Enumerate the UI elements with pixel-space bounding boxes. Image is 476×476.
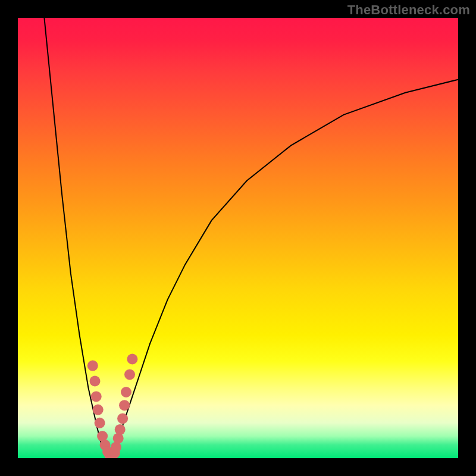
data-point	[87, 361, 98, 371]
data-point	[115, 424, 126, 435]
dot-cluster	[87, 354, 138, 459]
plot-area	[18, 18, 458, 458]
data-point	[124, 369, 135, 380]
data-point	[117, 413, 128, 424]
data-point	[95, 418, 105, 428]
watermark-text: TheBottleneck.com	[347, 2, 470, 18]
data-point	[93, 405, 104, 415]
data-point	[91, 391, 102, 402]
data-point	[119, 400, 130, 411]
data-point	[121, 387, 131, 397]
chart-svg	[18, 18, 458, 458]
left-curve	[44, 18, 110, 458]
data-point	[90, 376, 101, 387]
data-point	[127, 354, 137, 365]
right-curve	[110, 80, 458, 458]
chart-container: TheBottleneck.com	[0, 0, 476, 476]
data-point	[113, 433, 124, 444]
